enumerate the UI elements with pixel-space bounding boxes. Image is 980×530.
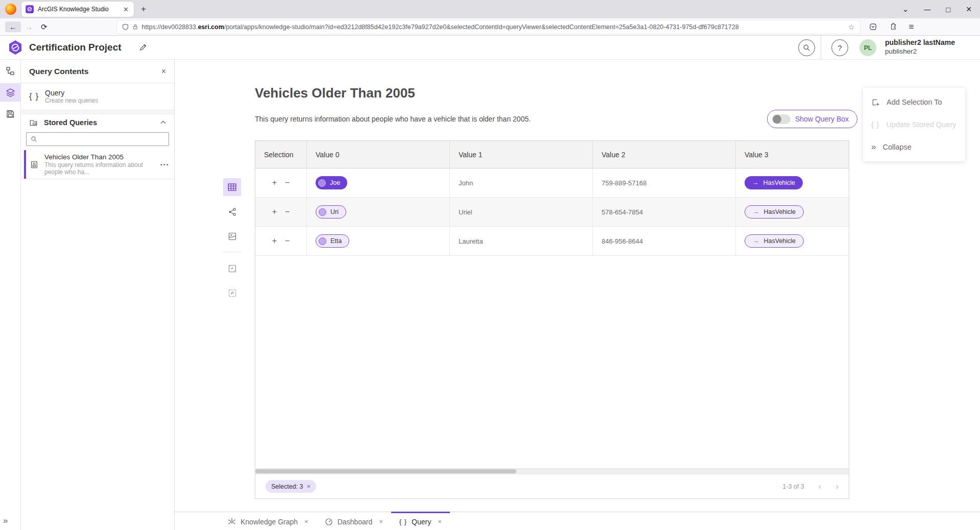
tab-knowledge-graph[interactable]: Knowledge Graph ×	[220, 512, 317, 530]
main-content: Vehicles Older Than 2005 This query retu…	[175, 60, 980, 512]
browser-tab[interactable]: ArcGIS Knowledge Studio ✕	[21, 2, 134, 17]
firefox-icon[interactable]	[5, 4, 16, 15]
stored-query-item[interactable]: Vehicles Older Than 2005 This query retu…	[21, 150, 174, 179]
tab-close-icon[interactable]: ×	[438, 518, 442, 525]
shield-icon[interactable]	[122, 23, 129, 31]
entity-dot-icon	[319, 237, 326, 245]
entity-pill[interactable]: Etta	[316, 234, 349, 248]
previous-page-icon[interactable]: ‹	[819, 482, 822, 491]
relationship-pill[interactable]: →HasVehicle	[745, 234, 804, 248]
menu-item-label: Collapse	[882, 143, 911, 151]
tab-label: Query	[412, 518, 431, 526]
screen: ArcGIS Knowledge Studio ✕ + ⌄ — □ ✕ ← → …	[0, 0, 980, 530]
remove-from-selection-icon[interactable]: −	[285, 179, 290, 187]
back-button[interactable]: ←	[5, 21, 21, 32]
arcgis-knowledge-logo	[8, 40, 23, 55]
link-chart-view-button[interactable]	[223, 203, 241, 221]
add-to-selection-icon[interactable]: +	[272, 208, 277, 216]
remove-from-selection-icon[interactable]: −	[285, 237, 290, 245]
map-view-button[interactable]	[223, 227, 241, 245]
left-rail: »	[0, 60, 21, 530]
menu-item-collapse[interactable]: » Collapse	[863, 136, 965, 158]
user-menu[interactable]: publisher2 lastName publisher2	[885, 38, 955, 56]
relationship-pill[interactable]: →HasVehicle	[745, 176, 803, 189]
selected-count-chip[interactable]: Selected: 3 ×	[266, 480, 316, 493]
next-page-icon[interactable]: ›	[835, 482, 839, 491]
project-title: Certification Project	[29, 42, 122, 53]
query-create-item[interactable]: { } Query Create new queries	[21, 83, 174, 110]
add-to-selection-icon[interactable]: +	[272, 237, 277, 245]
query-contents-panel: Query Contents × { } Query Create new qu…	[21, 60, 175, 530]
table-header-row: Selection Value 0 Value 1 Value 2 Value …	[255, 141, 849, 168]
stored-queries-title: Stored Queries	[44, 118, 154, 127]
table-view-button[interactable]	[223, 178, 241, 196]
help-button[interactable]: ?	[831, 39, 848, 56]
browser-tabstrip: ArcGIS Knowledge Studio ✕ + ⌄ — □ ✕	[0, 0, 980, 18]
menu-item-add-selection-to[interactable]: Add Selection To	[863, 91, 965, 113]
view-toolbar	[223, 178, 241, 308]
clear-selection-icon[interactable]: ×	[307, 483, 311, 490]
braces-icon: { }	[29, 91, 39, 102]
cell-value: John	[450, 168, 593, 197]
tab-close-icon[interactable]: ×	[379, 518, 383, 525]
browser-tab-title: ArcGIS Knowledge Studio	[38, 6, 118, 13]
stored-queries-search[interactable]	[26, 132, 169, 146]
tab-close-icon[interactable]: ✕	[122, 6, 130, 13]
extensions-puzzle-icon[interactable]	[889, 23, 897, 31]
stored-queries-header[interactable]: Stored Queries	[21, 114, 174, 130]
scrollbar-thumb[interactable]	[255, 469, 516, 473]
forward-button[interactable]: →	[21, 21, 37, 32]
selection-tool-button[interactable]	[223, 284, 241, 302]
reload-button[interactable]: ⟳	[37, 21, 52, 32]
url-bar[interactable]: https://dev0028833.esri.com/portal/apps/…	[117, 20, 860, 34]
user-avatar[interactable]: PL	[859, 39, 876, 56]
header-search-button[interactable]	[798, 39, 815, 56]
edit-title-icon[interactable]	[139, 43, 148, 52]
context-menu: Add Selection To { } Update Stored Query…	[863, 88, 965, 161]
chevron-up-icon[interactable]	[160, 121, 166, 124]
sidebar-item-contents-layers[interactable]	[0, 83, 20, 102]
remove-from-selection-icon[interactable]: −	[285, 208, 290, 216]
menu-item-label: Add Selection To	[887, 98, 942, 106]
new-tab-button[interactable]: +	[141, 4, 146, 14]
entity-pill[interactable]: Joe	[316, 176, 347, 189]
add-to-selection-icon[interactable]: +	[272, 179, 277, 187]
window-close-icon[interactable]: ✕	[966, 5, 972, 13]
tab-close-icon[interactable]: ×	[304, 518, 308, 525]
expand-rail-icon[interactable]: »	[3, 516, 8, 526]
show-query-box-toggle[interactable]: Show Query Box	[767, 110, 857, 128]
panel-title: Query Contents	[29, 67, 161, 76]
minimize-icon[interactable]: —	[924, 6, 930, 13]
lock-icon[interactable]	[132, 23, 138, 30]
view-tabbar: Knowledge Graph × Dashboard × { } Query …	[175, 512, 980, 530]
menu-item-label: Update Stored Query	[886, 121, 956, 129]
tab-query[interactable]: { } Query ×	[391, 512, 450, 530]
entity-dot-icon	[318, 179, 326, 187]
new-map-view-button[interactable]	[223, 259, 241, 277]
page-title: Vehicles Older Than 2005	[255, 85, 415, 101]
hamburger-menu-icon[interactable]: ≡	[909, 22, 914, 32]
relationship-pill[interactable]: →HasVehicle	[745, 205, 804, 219]
url-text[interactable]: https://dev0028833.esri.com/portal/apps/…	[142, 23, 845, 31]
column-header: Selection	[255, 141, 307, 168]
horizontal-scrollbar[interactable]	[255, 468, 849, 474]
sidebar-item-link-chart[interactable]	[0, 62, 20, 80]
maximize-icon[interactable]: □	[946, 5, 950, 14]
tab-label: Dashboard	[338, 518, 373, 526]
search-input[interactable]	[40, 136, 164, 143]
braces-icon: { }	[871, 121, 879, 129]
list-tabs-icon[interactable]: ⌄	[902, 5, 909, 14]
bookmark-star-icon[interactable]: ☆	[848, 23, 855, 31]
entity-dot-icon	[319, 208, 326, 216]
ellipsis-menu-icon[interactable]: •••	[160, 161, 170, 167]
app-header: Certification Project ? PL publisher2 la…	[0, 36, 980, 60]
arrow-right-icon: →	[753, 237, 759, 245]
entity-pill[interactable]: Uri	[316, 205, 346, 219]
query-results-table: Selection Value 0 Value 1 Value 2 Value …	[255, 140, 849, 499]
toggle-switch[interactable]	[772, 114, 791, 124]
pocket-icon[interactable]	[869, 23, 877, 31]
tab-dashboard[interactable]: Dashboard ×	[317, 512, 391, 530]
panel-close-icon[interactable]: ×	[161, 67, 166, 76]
menu-item-update-stored-query: { } Update Stored Query	[863, 113, 965, 136]
sidebar-item-save[interactable]	[0, 105, 20, 123]
